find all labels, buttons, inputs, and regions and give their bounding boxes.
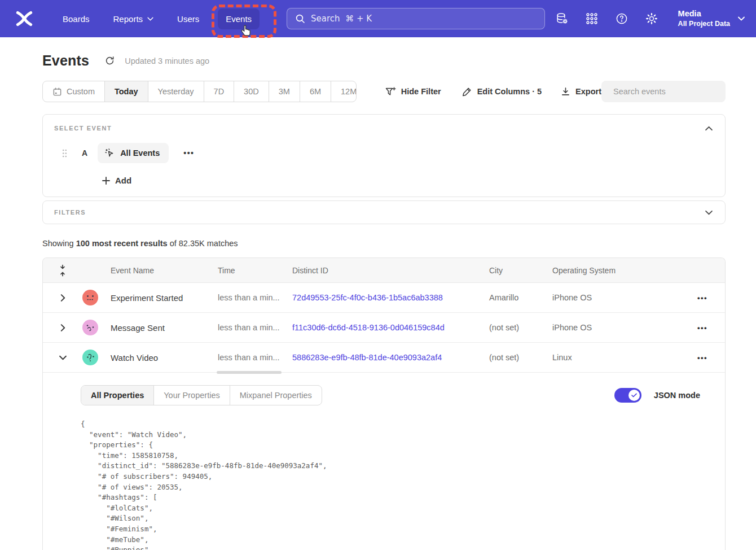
select-event-label: SELECT EVENT	[54, 125, 112, 132]
column-header-city[interactable]: City	[489, 266, 552, 275]
distinct-id-link[interactable]: 72d49553-25fc-4f0c-b436-1b5ac6ab3388	[292, 293, 489, 302]
date-range-12m[interactable]: 12M	[331, 81, 357, 102]
tab-all-properties[interactable]: All Properties	[81, 386, 154, 405]
edit-columns-button[interactable]: Edit Columns · 5	[462, 86, 542, 97]
cursor-pointer-icon	[240, 24, 253, 39]
global-search-input[interactable]	[311, 14, 537, 24]
top-navbar: Boards Reports Users Events	[0, 0, 756, 37]
data-management-icon[interactable]	[555, 12, 569, 25]
search-events-input[interactable]	[613, 87, 719, 96]
event-avatar	[82, 350, 98, 365]
expand-row-chevron-right-icon[interactable]	[60, 294, 65, 302]
settings-gear-icon[interactable]	[645, 12, 658, 25]
table-header-row: Event Name Time Distinct ID City Operati…	[43, 258, 725, 283]
table-row[interactable]: Message Sent less than a min... f11c30d6…	[43, 313, 725, 343]
nav-item-events[interactable]: Events	[218, 8, 260, 29]
city-cell: Amarillo	[489, 293, 552, 302]
mixpanel-logo-icon[interactable]	[15, 9, 34, 28]
time-cell: less than a min...	[218, 323, 292, 332]
events-table: Event Name Time Distinct ID City Operati…	[42, 257, 726, 550]
calendar-icon	[52, 87, 62, 97]
date-range-selector: Custom Today Yesterday 7D 30D 3M 6M 12M	[42, 81, 357, 102]
collapse-row-chevron-down-icon[interactable]	[59, 355, 67, 360]
table-row[interactable]: Experiment Started less than a min... 72…	[43, 283, 725, 313]
refresh-icon[interactable]	[104, 55, 115, 66]
os-cell: iPhone OS	[552, 323, 680, 332]
os-cell: iPhone OS	[552, 293, 680, 302]
search-events-box[interactable]	[601, 81, 726, 102]
chevron-down-icon	[738, 16, 745, 21]
distinct-id-link[interactable]: 5886283e-e9fb-48fb-81de-40e9093a2af4	[292, 353, 489, 362]
check-icon	[631, 393, 637, 398]
date-range-custom[interactable]: Custom	[43, 81, 105, 102]
date-range-30d[interactable]: 30D	[234, 81, 269, 102]
event-json-payload: { "event": "Watch Video", "properties": …	[81, 419, 713, 550]
results-count: 100 most recent results	[76, 239, 168, 248]
table-row-expanded[interactable]: Watch Video less than a min... 5886283e-…	[43, 343, 725, 373]
nav-item-reports[interactable]: Reports	[102, 8, 166, 29]
expand-row-chevron-right-icon[interactable]	[60, 324, 65, 331]
city-cell: (not set)	[489, 353, 552, 362]
results-summary: Showing 100 most recent results of 82.35…	[42, 239, 726, 248]
column-header-os[interactable]: Operating System	[552, 266, 680, 275]
event-name-cell: Experiment Started	[111, 293, 218, 303]
project-subtitle: All Project Data	[678, 19, 730, 29]
search-icon	[295, 14, 305, 24]
export-button[interactable]: Export	[561, 87, 601, 97]
global-search[interactable]	[287, 8, 545, 29]
distinct-id-link[interactable]: f11c30d6-dc6d-4518-9136-0d046159c84d	[292, 323, 489, 332]
date-range-today[interactable]: Today	[105, 81, 148, 102]
row-more-button[interactable]: •••	[680, 324, 725, 332]
plus-icon	[102, 177, 110, 185]
pencil-icon	[462, 86, 472, 97]
chevron-down-icon	[147, 17, 153, 21]
event-avatar	[82, 320, 98, 335]
apps-grid-icon[interactable]	[585, 12, 599, 25]
event-selector-pill[interactable]: All Events	[98, 143, 169, 163]
row-more-button[interactable]: •••	[680, 353, 725, 362]
event-cursor-icon	[104, 148, 115, 159]
collapse-all-icon[interactable]	[59, 264, 67, 277]
city-cell: (not set)	[489, 323, 552, 332]
date-range-6m[interactable]: 6M	[300, 81, 331, 102]
hide-filter-button[interactable]: Hide Filter	[385, 87, 441, 97]
help-icon[interactable]	[615, 12, 628, 25]
project-name: Media	[678, 8, 730, 19]
time-cell: less than a min...	[218, 353, 292, 362]
tab-mixpanel-properties[interactable]: Mixpanel Properties	[230, 386, 322, 405]
filter-funnel-icon	[385, 87, 396, 97]
nav-item-users[interactable]: Users	[165, 8, 211, 29]
expand-filters-chevron-down-icon[interactable]	[705, 210, 713, 215]
json-mode-label: JSON mode	[654, 391, 700, 400]
filters-label: FILTERS	[54, 209, 86, 216]
os-cell: Linux	[552, 353, 680, 362]
event-row-more-button[interactable]: •••	[183, 149, 194, 158]
event-avatar	[82, 290, 98, 305]
last-updated-text: Updated 3 minutes ago	[125, 56, 209, 66]
properties-tabs: All Properties Your Properties Mixpanel …	[81, 385, 322, 405]
add-event-button[interactable]: Add	[102, 176, 713, 185]
event-name-cell: Message Sent	[111, 323, 218, 333]
collapse-panel-chevron-up-icon[interactable]	[705, 126, 713, 131]
drag-handle-icon[interactable]	[62, 149, 67, 158]
event-detail-panel: All Properties Your Properties Mixpanel …	[43, 373, 725, 550]
json-mode-toggle[interactable]	[614, 388, 641, 403]
tab-your-properties[interactable]: Your Properties	[154, 386, 230, 405]
horizontal-scrollbar-thumb[interactable]	[217, 371, 282, 374]
date-range-7d[interactable]: 7D	[204, 81, 235, 102]
row-more-button[interactable]: •••	[680, 294, 725, 302]
event-name-cell: Watch Video	[111, 353, 218, 363]
nav-item-boards[interactable]: Boards	[51, 8, 102, 29]
event-row-letter: A	[82, 149, 87, 158]
date-range-yesterday[interactable]: Yesterday	[148, 81, 204, 102]
date-range-3m[interactable]: 3M	[269, 81, 300, 102]
column-header-time[interactable]: Time	[218, 266, 292, 275]
page-title: Events	[42, 53, 89, 69]
event-pill-label: All Events	[120, 149, 160, 158]
toggle-knob	[628, 390, 640, 401]
column-header-distinct-id[interactable]: Distinct ID	[292, 266, 489, 275]
project-switcher[interactable]: Media All Project Data	[678, 8, 745, 29]
column-header-event-name[interactable]: Event Name	[111, 266, 218, 275]
select-event-panel: SELECT EVENT A All Events ••• Add	[42, 114, 726, 197]
filters-panel[interactable]: FILTERS	[42, 200, 726, 224]
